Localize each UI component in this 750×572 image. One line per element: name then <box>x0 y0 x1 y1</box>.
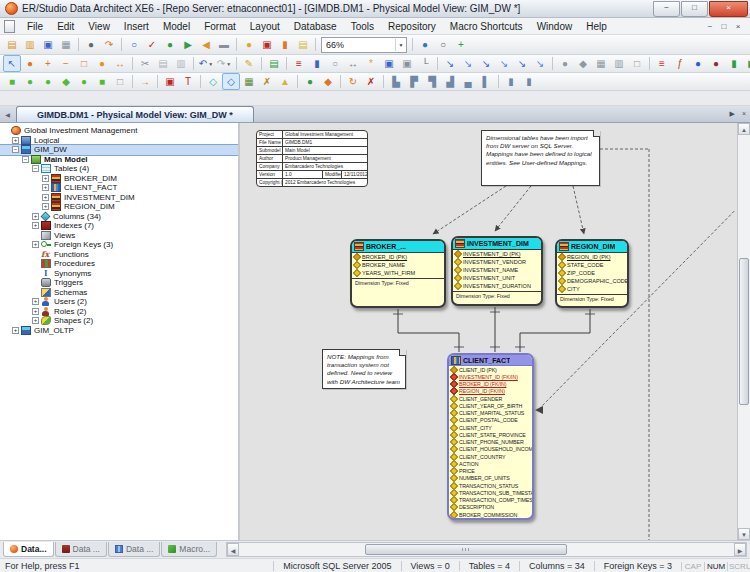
identifying-relationship-icon[interactable]: ↘ <box>441 55 459 72</box>
expand-icon[interactable]: + <box>42 203 49 210</box>
menu-item-tools[interactable]: Tools <box>344 20 381 33</box>
print-icon[interactable]: ▦ <box>57 36 75 53</box>
zoom-out-icon[interactable]: − <box>57 55 75 72</box>
expand-icon[interactable]: + <box>32 222 39 229</box>
tree-item-schemas[interactable]: Schemas <box>0 288 238 298</box>
document-tab[interactable]: GIMDB.DM1 - Physical Model View: GIM_DW … <box>16 106 254 122</box>
expand-icon[interactable]: + <box>12 137 19 144</box>
tree-item-views[interactable]: Views <box>0 231 238 241</box>
copy-model-icon[interactable]: ▤ <box>294 36 312 53</box>
dropdown-arrow-icon[interactable]: ▼ <box>226 61 231 67</box>
remove-link-icon[interactable]: ✗ <box>258 73 276 90</box>
new-file-icon[interactable]: ▤ <box>3 36 21 53</box>
role-object-icon[interactable]: ● <box>707 55 725 72</box>
tree-item-synonyms[interactable]: Synonyms <box>0 269 238 279</box>
tree-item-columns-34[interactable]: +Columns (34) <box>0 212 238 222</box>
menu-item-database[interactable]: Database <box>287 20 344 33</box>
diagram-canvas[interactable]: ProjectGlobal Investment ManagementFile … <box>240 123 737 540</box>
shape-rectangle-icon[interactable]: ■ <box>3 73 21 90</box>
menu-item-file[interactable]: File <box>20 20 50 33</box>
bottom-tab-data[interactable]: Data... <box>3 542 54 557</box>
tree-item-client-fact[interactable]: +CLIENT_FACT <box>0 183 238 193</box>
user-object-icon[interactable]: ● <box>689 55 707 72</box>
shape-arrow-icon[interactable]: → <box>136 73 154 90</box>
fit-to-window-icon[interactable]: + <box>452 36 470 53</box>
zoom-selector-icon[interactable]: ○ <box>434 36 452 53</box>
expand-icon[interactable]: + <box>42 184 49 191</box>
shape-hexagon-icon[interactable]: ● <box>75 73 93 90</box>
user-list-icon[interactable]: ● <box>240 36 258 53</box>
table-frame-icon[interactable]: ▦ <box>592 55 610 72</box>
scroll-up-icon[interactable]: ▲ <box>738 123 750 135</box>
zoom-area-icon[interactable]: □ <box>75 55 93 72</box>
shape-pentagon-icon[interactable]: ◆ <box>57 73 75 90</box>
copy-icon[interactable]: ▤ <box>154 55 172 72</box>
find-icon[interactable]: ● <box>82 36 100 53</box>
tree-item-global-investment-management[interactable]: Global Investment Management <box>0 126 238 136</box>
paste-icon[interactable]: ▥ <box>172 55 190 72</box>
menu-item-macro-shortcuts[interactable]: Macro Shortcuts <box>443 20 530 33</box>
note-dimensional-tables[interactable]: Dimensional tables have been import from… <box>481 130 600 186</box>
subtype-relationship-icon[interactable]: ↘ <box>531 55 549 72</box>
menu-item-window[interactable]: Window <box>530 20 580 33</box>
view-tool-icon[interactable]: ◆ <box>574 55 592 72</box>
mdi-minimize-button[interactable]: − <box>703 22 717 31</box>
expand-icon[interactable]: + <box>32 213 39 220</box>
validation-warning-icon[interactable]: ▲ <box>276 73 294 90</box>
document-close-icon[interactable]: × <box>742 110 746 118</box>
bottom-tab-data[interactable]: Data ... <box>55 542 107 557</box>
tree-item-logical[interactable]: +Logical <box>0 136 238 146</box>
shape-document-icon[interactable]: □ <box>111 73 129 90</box>
zoom-level-combo[interactable]: 66%▼ <box>321 37 407 53</box>
menu-item-layout[interactable]: Layout <box>243 20 287 33</box>
hyperlink-globe-icon[interactable]: ● <box>301 73 319 90</box>
select-tool-icon[interactable]: ↖ <box>3 55 21 72</box>
tree-item-triggers[interactable]: Triggers <box>0 278 238 288</box>
overview-window-icon[interactable]: ● <box>416 36 434 53</box>
combo-dropdown-icon[interactable]: ▼ <box>395 39 406 51</box>
redo-icon[interactable]: ↷▼ <box>215 55 233 72</box>
shape-rounded-rectangle-icon[interactable]: ■ <box>93 73 111 90</box>
model-notepad-icon[interactable]: ▤ <box>265 55 283 72</box>
scroll-down-icon[interactable]: ▼ <box>738 528 750 540</box>
maximize-button[interactable]: □ <box>681 1 708 17</box>
align-right-icon[interactable]: ▜ <box>423 73 441 90</box>
tree-item-roles-2[interactable]: +Roles (2) <box>0 307 238 317</box>
entity-tool-icon[interactable]: ● <box>556 55 574 72</box>
tree-item-users-2[interactable]: +Users (2) <box>0 297 238 307</box>
bottom-tab-data[interactable]: Data ... <box>108 542 160 557</box>
compare-merge-icon[interactable]: ↔ <box>344 55 362 72</box>
dropdown-arrow-icon[interactable]: ▼ <box>208 61 213 67</box>
entity-broker[interactable]: BROKER_...BROKER_ID (PK)BROKER_NAMEYEARS… <box>350 239 446 308</box>
horizontal-scrollbar[interactable]: ◀ ▶ <box>226 542 747 557</box>
grab-tool-icon[interactable]: ● <box>93 55 111 72</box>
expand-icon[interactable]: + <box>42 194 49 201</box>
undo-icon[interactable]: ↶▼ <box>197 55 215 72</box>
one-to-many-relationship-icon[interactable]: ↘ <box>477 55 495 72</box>
title-block-tool-icon[interactable]: □ <box>628 55 646 72</box>
repo-refresh-icon[interactable]: ↷ <box>100 36 118 53</box>
align-bottom-icon[interactable]: ▟ <box>441 73 459 90</box>
rotate-left-icon[interactable]: ◇ <box>204 73 222 90</box>
menu-item-format[interactable]: Format <box>197 20 243 33</box>
menu-item-edit[interactable]: Edit <box>50 20 81 33</box>
distribute-vertical-icon[interactable]: ▮ <box>520 73 538 90</box>
mdi-restore-button[interactable]: □ <box>717 22 731 31</box>
vertical-scrollbar[interactable]: ▲ ▼ <box>737 123 750 540</box>
tab-scroll-left-icon[interactable]: ◀ <box>2 111 13 118</box>
keyboard-shortcuts-icon[interactable]: ▬ <box>215 36 233 53</box>
entity-client-fact[interactable]: CLIENT_FACTCLIENT_ID (PK)INVESTMENT_ID (… <box>447 353 534 520</box>
diagram-title-block[interactable]: ProjectGlobal Investment ManagementFile … <box>256 130 368 187</box>
expand-icon[interactable]: + <box>12 327 19 334</box>
mdi-close-button[interactable]: × <box>731 22 745 31</box>
expand-icon[interactable]: + <box>32 308 39 315</box>
generate-database-icon[interactable]: ▶ <box>179 36 197 53</box>
tree-item-main-model[interactable]: −Main Model <box>0 155 238 165</box>
tree-item-shapes-2[interactable]: +Shapes (2) <box>0 316 238 326</box>
entity-investment-dim[interactable]: INVESTMENT_DIMINVESTMENT_ID (PK)INVESTME… <box>451 236 543 306</box>
attach-link-icon[interactable]: ◆ <box>319 73 337 90</box>
tab-scroll-right-icon[interactable]: ▶ <box>730 110 735 118</box>
bottom-tab-macro[interactable]: Macro... <box>161 542 217 557</box>
expand-icon[interactable]: + <box>42 175 49 182</box>
zoom-in-icon[interactable]: + <box>39 55 57 72</box>
